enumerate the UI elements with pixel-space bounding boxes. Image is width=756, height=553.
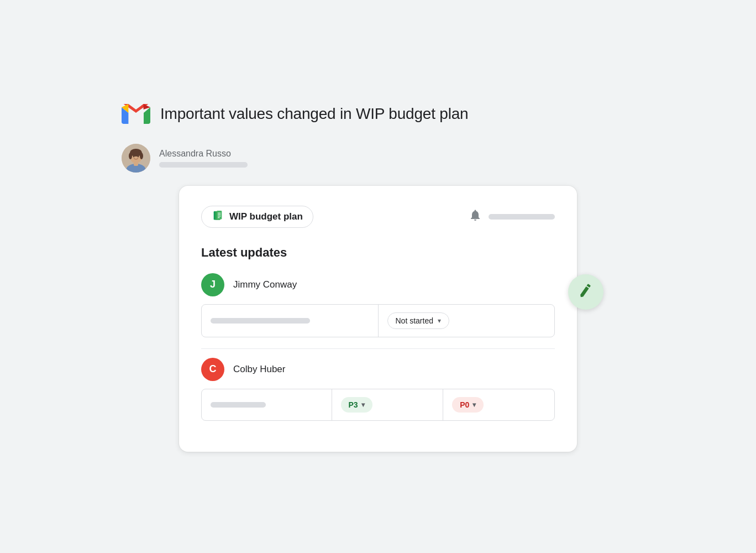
bell-icon[interactable] (469, 208, 482, 225)
main-card: WIP budget plan Latest updates J Jimmy C… (179, 186, 577, 452)
avatar-jimmy: J (201, 273, 224, 296)
svg-rect-15 (218, 217, 220, 217)
email-header: Important values changed in WIP budget p… (122, 102, 468, 126)
user-row-jimmy: J Jimmy Conway (201, 273, 555, 296)
p3-label: P3 (349, 400, 358, 409)
sender-row: Alessandra Russo (122, 144, 248, 173)
spreadsheet-name: WIP budget plan (229, 211, 303, 222)
data-cell-colby-label (202, 389, 332, 420)
sheets-icon (212, 211, 224, 223)
svg-point-6 (140, 153, 143, 159)
p0-label: P0 (460, 400, 469, 409)
notification-bar (489, 214, 555, 220)
svg-point-7 (133, 155, 135, 157)
chevron-down-icon-p0: ▾ (473, 401, 476, 409)
data-row-jimmy: Not started ▾ (201, 304, 555, 337)
user-name-colby: Colby Huber (233, 364, 286, 375)
sender-info: Alessandra Russo (159, 149, 248, 168)
sender-name: Alessandra Russo (159, 149, 248, 159)
p3-pill[interactable]: P3 ▾ (341, 397, 372, 413)
cell-bar-colby (211, 402, 266, 408)
card-header: WIP budget plan (201, 206, 555, 228)
data-cell-jimmy-label (202, 305, 379, 337)
chevron-down-icon-jimmy: ▾ (438, 317, 441, 325)
email-subject: Important values changed in WIP budget p… (160, 105, 468, 123)
sender-email-bar (159, 162, 248, 168)
p0-pill[interactable]: P0 ▾ (452, 397, 484, 413)
data-cell-colby-p0[interactable]: P0 ▾ (443, 389, 554, 420)
notification-area (469, 208, 555, 225)
data-cell-jimmy-status[interactable]: Not started ▾ (379, 305, 555, 337)
svg-rect-13 (218, 214, 221, 215)
email-container: Important values changed in WIP budget p… (0, 0, 756, 553)
cell-bar-jimmy (211, 318, 310, 324)
status-pill-jimmy[interactable]: Not started ▾ (387, 312, 449, 329)
user-row-colby: C Colby Huber (201, 358, 555, 381)
svg-rect-12 (218, 212, 221, 213)
sender-avatar (122, 144, 150, 173)
svg-point-8 (138, 155, 139, 157)
gmail-logo (122, 102, 150, 126)
edit-icon (576, 281, 595, 302)
divider (201, 348, 555, 349)
data-cell-colby-p3[interactable]: P3 ▾ (332, 389, 444, 420)
spreadsheet-pill[interactable]: WIP budget plan (201, 206, 313, 228)
status-label-jimmy: Not started (396, 316, 433, 325)
chevron-down-icon-p3: ▾ (361, 401, 365, 409)
avatar-colby: C (201, 358, 224, 381)
update-entry-jimmy: J Jimmy Conway Not started ▾ (201, 273, 555, 337)
user-name-jimmy: Jimmy Conway (233, 279, 297, 290)
edit-fab[interactable] (568, 274, 603, 310)
update-entry-colby: C Colby Huber P3 ▾ P0 ▾ (201, 358, 555, 421)
data-row-colby: P3 ▾ P0 ▾ (201, 389, 555, 421)
svg-rect-14 (218, 216, 221, 216)
section-title: Latest updates (201, 246, 555, 260)
svg-point-5 (129, 153, 132, 159)
